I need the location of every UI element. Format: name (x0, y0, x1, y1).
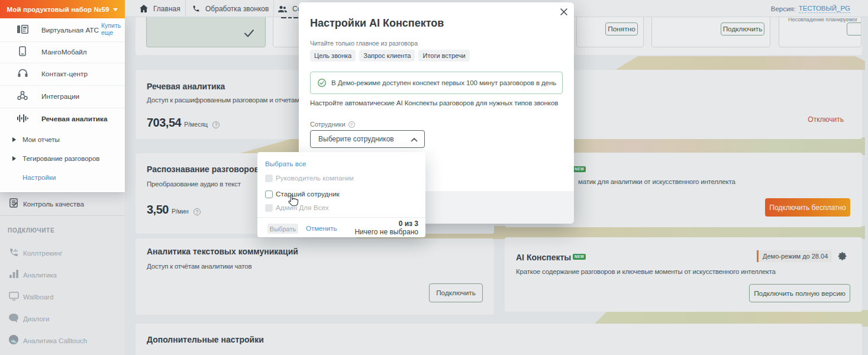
check-circle-icon (318, 79, 326, 87)
employees-select[interactable]: Выберите сотрудников (310, 130, 425, 148)
apply-button[interactable]: Выбрать (267, 224, 298, 234)
sidebar-item-vats[interactable]: Виртуальная АТС Купить еще (0, 18, 125, 41)
chip-call-goal[interactable]: Цель звонка (310, 50, 356, 62)
employees-label-text: Сотрудники (310, 121, 346, 128)
dropdown-option-label: Админ Для Всех (276, 204, 329, 212)
triangle-right-icon (12, 156, 16, 161)
pbx-icon (15, 25, 30, 36)
sidebar-item-label: Контакт-центр (41, 70, 88, 78)
sidebar-item-integrations[interactable]: Интеграции (0, 85, 125, 108)
sidebar-item-label: Речевая аналитика (41, 115, 108, 123)
sidebar-subitem-label: Настройки (22, 174, 56, 181)
integrations-icon (15, 91, 30, 102)
dropdown-option-label: Старший сотрудник (276, 190, 340, 198)
sidebar-menu-panel: Виртуальная АТС Купить еще МангоМобайл К… (0, 18, 125, 192)
waveform-icon (15, 114, 30, 124)
sidebar-subitem-tagging[interactable]: Тегирование разговоров (0, 150, 125, 167)
buy-more-link[interactable]: Купить еще (101, 22, 121, 36)
dropdown-option-1[interactable]: Руководитель компании (257, 170, 425, 186)
sidebar-item-mangomobile[interactable]: МангоМобайл (0, 41, 125, 63)
selection-count: 0 из 3 (399, 220, 418, 228)
employees-dropdown: Выбрать все Руководитель компании Старши… (257, 152, 425, 237)
checkbox-icon[interactable] (265, 175, 273, 182)
sidebar-subitem-label: Тегирование разговоров (22, 155, 99, 162)
triangle-right-icon (12, 137, 16, 142)
summary-type-chips: Цель звонка Запрос клиента Итоги встречи (310, 50, 470, 62)
modal-title: Настройки AI Конспектов (310, 17, 444, 30)
product-set-title: Мой продуктовый набор №59 (7, 6, 109, 13)
sidebar-subitem-settings[interactable]: Настройки (0, 169, 125, 186)
employees-label: Сотрудники ? (310, 121, 355, 128)
select-all-link[interactable]: Выбрать все (265, 160, 306, 168)
employees-select-placeholder: Выберите сотрудников (318, 135, 394, 143)
checkbox-icon[interactable] (265, 191, 273, 198)
chip-meeting-results[interactable]: Итоги встречи (418, 50, 469, 62)
dropdown-option-3[interactable]: Админ Для Всех (257, 200, 425, 215)
demo-info-text: В Демо-режиме доступен конспект первых 1… (331, 79, 556, 86)
app-root: Контроль качества ПОДКЛЮЧИТЕ Коллтрекинг… (0, 0, 868, 355)
close-icon[interactable] (558, 6, 570, 18)
sidebar-item-speech-analytics[interactable]: Речевая аналитика (0, 108, 125, 130)
sidebar-item-contact-center[interactable]: Контакт-центр (0, 63, 125, 85)
sidebar-item-label: Интеграции (41, 92, 79, 101)
sidebar-item-label: Виртуальная АТС (41, 26, 99, 34)
dropdown-option-label: Руководитель компании (276, 174, 354, 182)
product-set-selector[interactable]: Мой продуктовый набор №59 (0, 0, 125, 18)
sidebar-item-label: МангоМобайл (41, 48, 87, 56)
caret-down-icon (113, 8, 118, 11)
chevron-up-icon (411, 137, 418, 142)
smartphone-icon (15, 46, 30, 58)
sidebar-subitem-my-reports[interactable]: Мои отчеты (0, 131, 125, 149)
help-icon[interactable]: ? (349, 121, 355, 128)
mouse-cursor-hand (288, 194, 299, 207)
cancel-link[interactable]: Отменить (306, 225, 337, 232)
modal-subtitle: Читайте только главное из разговора (310, 40, 418, 47)
modal-description: Настройте автоматические AI Конспекты ра… (310, 99, 558, 106)
demo-info-box: В Демо-режиме доступен конспект первых 1… (310, 72, 563, 94)
checkbox-icon[interactable] (265, 204, 273, 212)
divider (257, 217, 425, 218)
chip-client-request[interactable]: Запрос клиента (359, 50, 415, 62)
none-selected-label: Ничего не выбрано (354, 228, 418, 236)
headset-icon (15, 69, 30, 80)
sidebar-subitem-label: Мои отчеты (22, 136, 60, 143)
